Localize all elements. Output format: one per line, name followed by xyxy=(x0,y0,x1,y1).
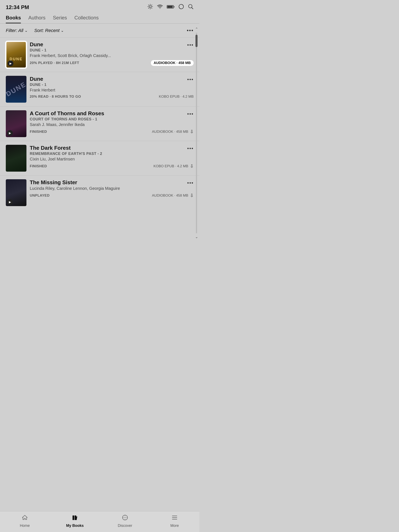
svg-line-7 xyxy=(151,5,152,5)
book-meta: FINISHED AUDIOBOOK · 458 MB ⇩ xyxy=(30,129,194,134)
scroll-track[interactable] xyxy=(196,33,197,233)
book-authors: Frank Herbert, Scott Brick, Orlagh Cassi… xyxy=(30,53,194,58)
book-title[interactable]: The Dark Forest xyxy=(30,145,194,151)
sync-icon[interactable] xyxy=(178,4,184,11)
book-series: COURT OF THORNS AND ROSES - 1 xyxy=(30,117,194,121)
book-more-button[interactable]: ••• xyxy=(187,111,194,117)
book-title[interactable]: Dune xyxy=(30,76,194,82)
svg-line-14 xyxy=(192,8,193,9)
filter-row: Filter: All ⌄ Sort: Recent ⌄ ••• xyxy=(0,24,200,37)
download-icon[interactable]: ⇩ xyxy=(190,129,194,134)
status-bar: 12:34 PM xyxy=(0,0,200,13)
book-format: KOBO EPUB · 4.2 MB ⇩ xyxy=(154,164,194,169)
book-format: KOBO EPUB · 4.2 MB xyxy=(159,95,194,99)
book-info-darkforest: The Dark Forest REMEMBRANCE OF EARTH'S P… xyxy=(30,145,194,169)
tab-bar: Books Authors Series Collections xyxy=(0,13,200,24)
book-status: UNPLAYED xyxy=(30,194,50,198)
book-authors: Lucinda Riley, Caroline Lennon, Georgia … xyxy=(30,186,194,191)
book-more-button[interactable]: ••• xyxy=(187,146,194,151)
book-series: DUNE - 1 xyxy=(30,82,194,87)
download-icon[interactable]: ⇩ xyxy=(190,193,194,198)
book-meta: FINISHED KOBO EPUB · 4.2 MB ⇩ xyxy=(30,164,194,169)
book-item-dune-epub: Dune DUNE - 1 Frank Herbert 20% READ · 8… xyxy=(0,72,200,106)
svg-rect-10 xyxy=(174,6,174,7)
book-item-darkforest: The Dark Forest REMEMBRANCE OF EARTH'S P… xyxy=(0,141,200,175)
book-series: REMEMBRANCE OF EARTH'S PAST - 2 xyxy=(30,152,194,156)
more-options-button[interactable]: ••• xyxy=(187,27,194,34)
book-status: FINISHED xyxy=(30,130,47,134)
filter-button[interactable]: Filter: All ⌄ xyxy=(6,28,28,33)
book-title[interactable]: Dune xyxy=(30,41,194,48)
book-status: 20% PLAYED · 8H 21M LEFT xyxy=(30,61,79,65)
book-item-missingsister: ▶ The Missing Sister Lucinda Riley, Caro… xyxy=(0,175,200,210)
book-info-acotars: A Court of Thorns and Roses COURT OF THO… xyxy=(30,110,194,134)
book-info-dune-audio: Dune DUNE - 1 Frank Herbert, Scott Brick… xyxy=(30,41,194,66)
svg-point-0 xyxy=(149,6,151,8)
book-info-dune-epub: Dune DUNE - 1 Frank Herbert 20% READ · 8… xyxy=(30,76,194,99)
svg-rect-11 xyxy=(167,6,173,8)
brightness-icon xyxy=(147,4,153,11)
audio-playing-badge: ▶ xyxy=(8,61,13,66)
book-format: AUDIOBOOK · 458 MB ⇩ xyxy=(152,129,194,134)
sort-button[interactable]: Sort: Recent ⌄ xyxy=(34,28,64,33)
tab-books[interactable]: Books xyxy=(6,15,21,23)
svg-line-6 xyxy=(151,8,152,8)
book-meta: 20% READ · 8 HOURS TO GO KOBO EPUB · 4.2… xyxy=(30,95,194,99)
audio-badge: ▶ xyxy=(7,130,13,136)
book-authors: Cixin Liu, Joel Martinsen xyxy=(30,157,194,162)
book-list: ▶ Dune DUNE - 1 Frank Herbert, Scott Bri… xyxy=(0,37,200,210)
book-meta: UNPLAYED AUDIOBOOK · 458 MB ⇩ xyxy=(30,193,194,198)
book-cover-acotars[interactable]: ▶ xyxy=(6,110,26,137)
svg-line-8 xyxy=(148,8,149,8)
book-title[interactable]: The Missing Sister xyxy=(30,179,194,186)
book-cover-darkforest[interactable] xyxy=(6,145,26,172)
filter-left: Filter: All ⌄ Sort: Recent ⌄ xyxy=(6,28,64,33)
scroll-down-button[interactable]: ⌄ xyxy=(195,234,198,239)
book-format: AUDIOBOOK · 458 MB ⇩ xyxy=(152,193,194,198)
book-cover-dune-epub[interactable] xyxy=(6,76,26,103)
battery-icon xyxy=(167,4,175,10)
book-title[interactable]: A Court of Thorns and Roses xyxy=(30,110,194,117)
wifi-icon xyxy=(157,4,163,10)
book-cover-missingsister[interactable]: ▶ xyxy=(6,179,26,206)
book-cover-dune-audio[interactable]: ▶ xyxy=(6,41,26,68)
book-status: 20% READ · 8 HOURS TO GO xyxy=(30,95,81,99)
filter-chevron-icon: ⌄ xyxy=(25,28,28,33)
download-icon[interactable]: ⇩ xyxy=(190,164,194,169)
search-icon[interactable] xyxy=(188,4,194,11)
tab-authors[interactable]: Authors xyxy=(28,15,45,23)
status-time: 12:34 PM xyxy=(6,4,29,11)
audiobook-pill: AUDIOBOOK · 458 MB xyxy=(151,60,194,66)
svg-line-5 xyxy=(148,5,149,5)
book-series: DUNE - 1 xyxy=(30,48,194,52)
audio-badge: ▶ xyxy=(7,199,13,205)
book-item-acotars: ▶ A Court of Thorns and Roses COURT OF T… xyxy=(0,106,200,141)
book-info-missingsister: The Missing Sister Lucinda Riley, Caroli… xyxy=(30,179,194,198)
tab-collections[interactable]: Collections xyxy=(74,15,99,23)
book-authors: Sarah J. Maas, Jennifer Ikeda xyxy=(30,122,194,127)
sort-chevron-icon: ⌄ xyxy=(61,28,64,33)
book-item-dune-audio: ▶ Dune DUNE - 1 Frank Herbert, Scott Bri… xyxy=(0,37,200,72)
book-more-button[interactable]: ••• xyxy=(187,180,194,186)
book-more-button[interactable]: ••• xyxy=(187,77,194,82)
book-authors: Frank Herbert xyxy=(30,88,194,93)
scroll-up-button[interactable]: ⌃ xyxy=(195,27,198,32)
scrollbar[interactable]: ⌃ ⌄ xyxy=(194,27,199,239)
scroll-thumb[interactable] xyxy=(195,35,198,47)
book-meta: 20% PLAYED · 8H 21M LEFT AUDIOBOOK · 458… xyxy=(30,60,194,66)
book-status: FINISHED xyxy=(30,164,47,168)
status-icons xyxy=(147,4,194,11)
book-more-button[interactable]: ••• xyxy=(187,42,194,48)
tab-series[interactable]: Series xyxy=(53,15,67,23)
